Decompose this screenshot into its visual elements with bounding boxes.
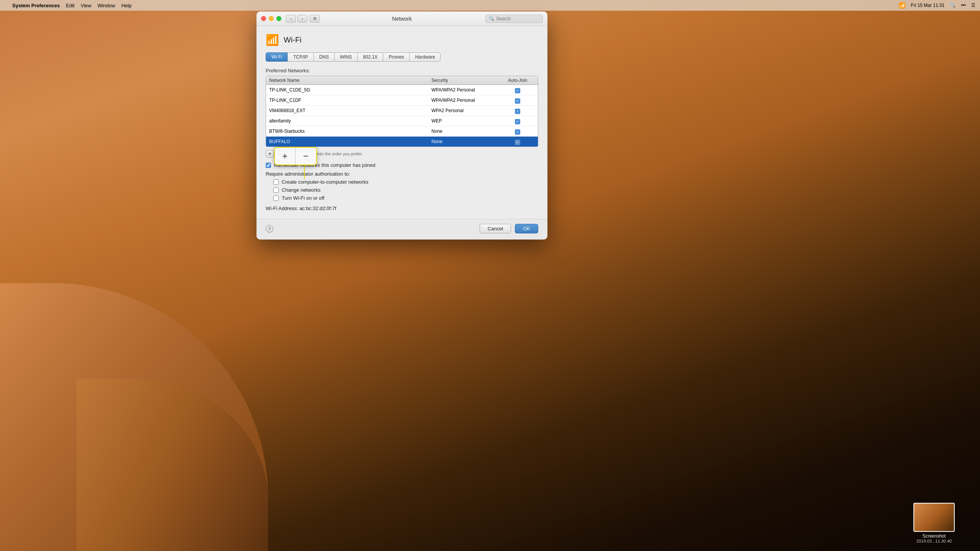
- table-row[interactable]: TP-LINK_C1DF WPA/WPA2 Personal ✓: [266, 95, 538, 106]
- networks-table: Network Name Security Auto-Join TP-LINK_…: [266, 76, 538, 147]
- network-name-1: TP-LINK_C1DF: [269, 98, 431, 103]
- admin-option-2-checkbox[interactable]: [273, 196, 279, 201]
- zoomed-buttons-overlay: + −: [274, 147, 317, 165]
- require-admin-label: Require administrator authorisation to:: [266, 171, 538, 177]
- menu-bar: System Preferences Edit View Window Help…: [0, 0, 980, 11]
- menubar-list-icon[interactable]: ☰: [971, 3, 975, 8]
- add-network-button[interactable]: +: [266, 150, 274, 158]
- add-remove-row: + − Drag networks into the order you pre…: [266, 150, 538, 158]
- window-footer: ? Cancel OK: [256, 219, 547, 240]
- zoomed-remove-button[interactable]: −: [296, 148, 316, 165]
- screenshot-thumbnail[interactable]: Screenshot 2019-03...11.30.40: [911, 503, 957, 543]
- network-name-3: allenfamily: [269, 118, 431, 124]
- window-content: 📶 Wi-Fi Wi-Fi TCP/IP DNS WINS 802.1X Pro…: [256, 26, 547, 219]
- wifi-address-row: Wi-Fi Address: ac:bc:32:d2:0f:7f: [266, 205, 538, 211]
- admin-option-2-row: Turn Wi-Fi on or off: [273, 195, 538, 201]
- check-5: ✓: [515, 140, 520, 145]
- admin-option-1-checkbox[interactable]: [273, 187, 279, 193]
- menu-app-name[interactable]: System Preferences: [12, 3, 60, 8]
- network-name-5: BUFFALO: [269, 139, 431, 144]
- wifi-address-value: ac:bc:32:d2:0f:7f: [299, 205, 336, 211]
- menu-help[interactable]: Help: [121, 3, 132, 8]
- wifi-title: Wi-Fi: [284, 36, 302, 44]
- col-header-name: Network Name: [269, 78, 431, 83]
- tab-hardware[interactable]: Hardware: [409, 52, 441, 62]
- preferred-networks-label: Preferred Networks:: [266, 68, 538, 73]
- network-autojoin-5: ✓: [500, 138, 535, 145]
- network-autojoin-1: ✓: [500, 97, 535, 104]
- check-4: ✓: [515, 129, 520, 135]
- window-titlebar: ‹ › ⊞ Network 🔍: [256, 11, 547, 26]
- network-autojoin-3: ✓: [500, 117, 535, 124]
- table-row[interactable]: BTWifi-Starbucks None ✓: [266, 126, 538, 137]
- admin-option-2-label: Turn Wi-Fi on or off: [282, 195, 324, 201]
- menu-window[interactable]: Window: [98, 3, 115, 8]
- system-preferences-window: ‹ › ⊞ Network 🔍 📶 Wi-Fi Wi-Fi TCP/IP DNS…: [256, 11, 547, 240]
- tab-dns[interactable]: DNS: [314, 52, 334, 62]
- check-3: ✓: [515, 119, 520, 124]
- network-security-3: WEP: [431, 118, 500, 124]
- table-row[interactable]: VM4068818_EXT WPA2 Personal ✓: [266, 106, 538, 116]
- admin-option-0-row: Create computer-to-computer networks: [273, 179, 538, 185]
- check-1: ✓: [515, 98, 520, 104]
- search-input[interactable]: [496, 16, 539, 21]
- wifi-address-label: Wi-Fi Address:: [266, 205, 298, 211]
- network-security-2: WPA2 Personal: [431, 108, 500, 113]
- tab-proxies[interactable]: Proxies: [383, 52, 409, 62]
- forward-button[interactable]: ›: [297, 15, 307, 23]
- grid-view-button[interactable]: ⊞: [310, 15, 320, 23]
- check-0: ✓: [515, 88, 520, 93]
- screenshot-preview-image: [913, 503, 955, 532]
- screenshot-label: Screenshot: [911, 533, 957, 539]
- wifi-header: 📶 Wi-Fi: [266, 34, 538, 46]
- menubar-search-icon[interactable]: 🔍: [950, 3, 956, 8]
- network-security-4: None: [431, 129, 500, 134]
- back-button[interactable]: ‹: [286, 15, 296, 23]
- zoom-button[interactable]: [276, 16, 281, 21]
- search-field[interactable]: 🔍: [485, 15, 543, 23]
- window-title: Network: [392, 16, 412, 22]
- table-row-selected[interactable]: BUFFALO None ✓: [266, 137, 538, 147]
- menubar-wifi-icon: 📶: [899, 2, 905, 8]
- menu-edit[interactable]: Edit: [66, 3, 74, 8]
- tab-8021x[interactable]: 802.1X: [357, 52, 383, 62]
- network-autojoin-4: ✓: [500, 128, 535, 135]
- admin-option-1-label: Change networks: [282, 187, 320, 193]
- network-autojoin-2: ✓: [500, 107, 535, 114]
- tab-tcpip[interactable]: TCP/IP: [287, 52, 314, 62]
- cancel-button[interactable]: Cancel: [480, 224, 511, 233]
- menubar-more-icon[interactable]: •••: [961, 3, 966, 8]
- col-header-security: Security: [431, 78, 500, 83]
- search-icon: 🔍: [489, 16, 494, 21]
- menu-view[interactable]: View: [81, 3, 91, 8]
- menubar-time-display: Fri 15 Mar 11:31: [911, 3, 944, 8]
- remember-networks-checkbox[interactable]: [266, 163, 271, 168]
- network-security-5: None: [431, 139, 500, 144]
- tab-wins[interactable]: WINS: [334, 52, 357, 62]
- table-header: Network Name Security Auto-Join: [266, 76, 538, 85]
- table-row[interactable]: TP-LINK_C1DE_5G WPA/WPA2 Personal ✓: [266, 85, 538, 95]
- traffic-lights: [261, 16, 281, 21]
- screenshot-date: 2019-03...11.30.40: [911, 539, 957, 543]
- admin-option-1-row: Change networks: [273, 187, 538, 193]
- network-name-0: TP-LINK_C1DE_5G: [269, 87, 431, 93]
- minimize-button[interactable]: [269, 16, 274, 21]
- check-2: ✓: [515, 109, 520, 114]
- zoomed-add-button[interactable]: +: [275, 148, 296, 165]
- admin-option-0-label: Create computer-to-computer networks: [282, 179, 368, 185]
- network-name-4: BTWifi-Starbucks: [269, 129, 431, 134]
- table-row[interactable]: allenfamily WEP ✓: [266, 116, 538, 126]
- tab-wifi[interactable]: Wi-Fi: [266, 52, 287, 62]
- wifi-icon: 📶: [266, 34, 279, 46]
- col-header-autojoin: Auto-Join: [500, 78, 535, 83]
- network-security-0: WPA/WPA2 Personal: [431, 87, 500, 93]
- zoom-connector-line: [304, 164, 305, 179]
- network-name-2: VM4068818_EXT: [269, 108, 431, 113]
- tabs-row: Wi-Fi TCP/IP DNS WINS 802.1X Proxies Har…: [266, 52, 538, 62]
- admin-option-0-checkbox[interactable]: [273, 179, 279, 185]
- network-security-1: WPA/WPA2 Personal: [431, 98, 500, 103]
- ok-button[interactable]: OK: [515, 224, 538, 233]
- help-button[interactable]: ?: [266, 225, 273, 233]
- close-button[interactable]: [261, 16, 266, 21]
- network-autojoin-0: ✓: [500, 86, 535, 93]
